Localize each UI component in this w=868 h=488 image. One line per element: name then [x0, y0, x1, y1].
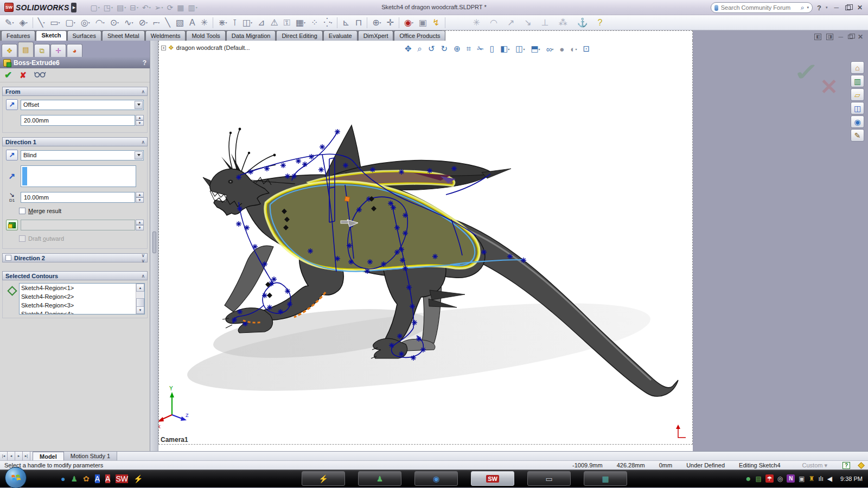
extrude-preview-region[interactable] — [266, 183, 478, 269]
tab-nav-last[interactable]: ▸| — [23, 452, 30, 460]
start-button[interactable] — [5, 467, 27, 488]
instant2d-icon[interactable]: ◉▾ — [401, 17, 416, 28]
from-type-dropdown[interactable]: Offset — [21, 100, 144, 110]
home-icon[interactable]: ⌂ — [851, 61, 864, 74]
modify-sketch-icon[interactable]: ✛ — [384, 17, 397, 28]
tab-nav-next[interactable]: ▸ — [15, 452, 23, 460]
doc-restore-button[interactable] — [848, 35, 853, 39]
selected-contours-header[interactable]: Selected Contours ∧ — [2, 271, 148, 280]
polygon-icon[interactable]: ⊙▾ — [107, 17, 122, 28]
search-input[interactable] — [721, 4, 798, 11]
print-icon[interactable]: ⊟▾ — [128, 3, 140, 12]
section-view-icon[interactable]: ◧▾ — [499, 44, 510, 54]
viewport-feature-tree[interactable]: + ❖ dragon woodcraft (Default... — [161, 44, 250, 52]
from-section-header[interactable]: From ∧ — [2, 87, 148, 96]
tab-sketch[interactable]: Sketch — [36, 30, 66, 41]
display-style-icon[interactable]: ⬒▾ — [529, 44, 541, 54]
convert-entities-icon[interactable]: ▧ — [173, 17, 187, 28]
dropdown-caret-icon[interactable]: ▾ — [131, 21, 133, 24]
search-caret-icon[interactable]: ▾ — [807, 5, 809, 10]
feature-help-icon[interactable]: ? — [143, 59, 146, 67]
selected-sketch-point[interactable] — [344, 196, 349, 201]
resources-icon[interactable]: ▥ — [851, 75, 864, 87]
dropdown-caret-icon[interactable]: ▾ — [149, 5, 151, 9]
ghost-icon[interactable]: ▯ — [489, 44, 495, 54]
options-icon[interactable]: ▥▾ — [186, 3, 199, 12]
dropdown-caret-icon[interactable]: ▾ — [98, 5, 100, 9]
dropdown-caret-icon[interactable]: ▾ — [137, 5, 138, 9]
tab-nav-first[interactable]: |◂ — [0, 452, 8, 460]
task-flash[interactable]: ⚡ — [302, 471, 345, 486]
contour-item[interactable]: Sketch4-Region<3> — [21, 301, 144, 310]
next-pane-button[interactable]: ◨ — [826, 34, 833, 40]
dropdown-caret-icon[interactable]: ▾ — [43, 21, 44, 24]
task-photo-viewer[interactable]: ▭ — [527, 471, 571, 486]
appearance-icon[interactable]: ● — [558, 44, 565, 54]
perpendicular-icon[interactable]: ⊥ — [539, 17, 552, 28]
model-tab[interactable]: Model — [33, 452, 64, 460]
dropdown-caret-icon[interactable]: ▾ — [117, 21, 119, 24]
direction1-section-header[interactable]: Direction 1 ∧ — [2, 137, 148, 146]
tab-nav-prev[interactable]: ◂ — [8, 452, 15, 460]
depth-input[interactable]: 10.00mm — [21, 192, 135, 203]
pan-icon[interactable]: ✥ — [404, 44, 413, 54]
dropdown-arrow-icon[interactable] — [135, 101, 143, 109]
from-direction-button[interactable]: ↗ — [6, 99, 18, 110]
search-icon[interactable]: ⌕ — [801, 4, 805, 11]
dropdown-caret-icon[interactable]: ▾ — [161, 5, 163, 9]
line-icon[interactable]: ╲▾ — [35, 17, 48, 28]
offset-spinner[interactable]: ▲▼ — [136, 115, 144, 126]
dropdown-caret-icon[interactable]: ▾ — [251, 21, 252, 24]
appA-blue-icon[interactable]: A — [95, 474, 100, 483]
save-icon[interactable]: ▤▾ — [115, 3, 127, 12]
display-relations-icon[interactable]: ⚿ — [281, 18, 293, 28]
new-document-icon[interactable]: ▢▾ — [88, 3, 101, 12]
paw-icon[interactable]: ⁂ — [556, 17, 570, 28]
task-globe[interactable]: ◉ — [414, 471, 458, 486]
file-explorer-icon[interactable]: ◫ — [851, 102, 864, 114]
quick-snaps-icon[interactable]: ⁘ — [308, 17, 321, 28]
rotate-left-icon[interactable]: ↺ — [427, 44, 436, 54]
task-image-viewer[interactable]: ▦ — [584, 471, 627, 486]
tray-volume-icon[interactable]: ◀ — [827, 475, 832, 483]
tab-features[interactable]: Features — [1, 30, 35, 41]
text-icon[interactable]: A — [187, 18, 198, 28]
dropdown-caret-icon[interactable]: ▾ — [26, 21, 28, 24]
appearances-tab[interactable]: ◕ — [67, 44, 82, 57]
collapse-chevron-icon[interactable]: ∧ — [141, 89, 144, 94]
mirror-entities-icon[interactable]: ◫▾ — [240, 17, 255, 28]
preview-button[interactable] — [34, 70, 46, 80]
tray-list-icon[interactable]: ▤ — [756, 475, 762, 483]
rebuild-icon[interactable]: ⟳ — [165, 3, 175, 12]
dropdown-caret-icon[interactable]: ▾ — [124, 5, 126, 9]
splitter-grip[interactable] — [152, 232, 156, 253]
fillet-icon[interactable]: ⌐▾ — [150, 18, 162, 28]
hide-show-icon[interactable]: ∞▾ — [545, 44, 555, 54]
scroll-thumb[interactable] — [136, 298, 144, 307]
appA-red-icon[interactable]: A — [105, 474, 110, 483]
dropdown-caret-icon[interactable]: ▾ — [12, 21, 14, 24]
dropdown-caret-icon[interactable]: ▾ — [88, 21, 90, 24]
zoom-fit-icon[interactable]: ⌕ — [417, 44, 423, 54]
tree-expand-icon[interactable]: + — [161, 46, 166, 50]
dropdown-caret-icon[interactable]: ▾ — [304, 21, 305, 24]
dropdown-caret-icon[interactable]: ▾ — [158, 21, 159, 24]
direction-selection-box[interactable] — [21, 165, 136, 187]
shaded-contours-icon[interactable]: ↯ — [430, 17, 442, 28]
confirmation-corner-cancel-icon[interactable]: ✕ — [820, 74, 838, 99]
ne-arrow-icon[interactable]: ↗ — [505, 17, 517, 28]
dropdown-caret-icon[interactable]: ▾ — [226, 21, 227, 24]
spin-down-icon[interactable]: ▼ — [136, 120, 144, 126]
dragon-front-leg-far[interactable] — [225, 246, 273, 312]
contour-item[interactable]: Sketch4-Region<2> — [21, 292, 144, 301]
dropdown-caret-icon[interactable]: ▾ — [523, 47, 525, 51]
cancel-button[interactable]: ✘ — [20, 70, 27, 80]
scroll-up-icon[interactable]: ▲ — [136, 284, 144, 292]
select-icon[interactable]: ➢▾ — [153, 3, 165, 12]
tab-dimxpert[interactable]: DimXpert — [358, 30, 394, 41]
sketch-picture-icon[interactable]: ▣ — [416, 17, 430, 28]
help-caret-icon[interactable]: ▾ — [826, 5, 828, 10]
se-arrow-icon[interactable]: ↘ — [521, 17, 534, 28]
magnify-icon[interactable]: ⌗ — [465, 44, 472, 54]
solidworks-forum-icon[interactable]: ◉ — [851, 115, 864, 128]
